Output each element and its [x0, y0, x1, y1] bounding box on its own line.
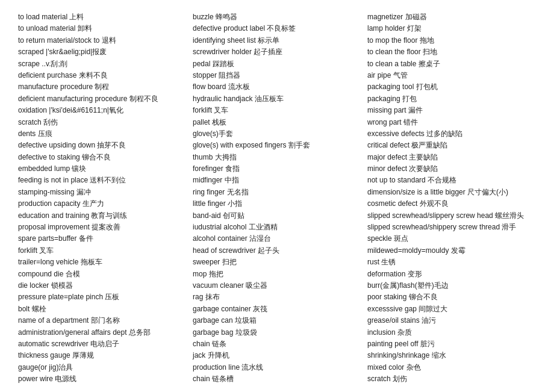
- list-item: wrong part 错件: [367, 117, 536, 128]
- list-item: garbage container 灰筏: [193, 304, 361, 314]
- list-item: not up to standard 不合规格: [367, 175, 536, 185]
- list-item: flow board 流水板: [193, 82, 361, 92]
- list-item: excessive defects 过多的缺陷: [367, 129, 536, 139]
- list-item: magnetizer 加磁器: [367, 12, 536, 22]
- list-item: glove(s)手套: [193, 129, 361, 139]
- list-item: deficient manufacturing procedure 制程不良: [18, 94, 187, 104]
- list-item: mop 拖把: [193, 269, 361, 279]
- list-item: deficient purchase 来料不良: [18, 70, 187, 81]
- list-item: forefinger 食指: [193, 164, 361, 174]
- list-item: trailer=long vehicle 拖板车: [18, 257, 187, 267]
- list-item: jack 升降机: [193, 350, 361, 361]
- main-content: to load material 上料to unload material 卸料…: [18, 12, 536, 386]
- list-item: hydraulic handjack 油压板车: [193, 94, 361, 104]
- list-item: garbage bag 垃圾袋: [193, 328, 361, 338]
- list-item: scrape ..v.刮;削: [18, 59, 187, 69]
- list-item: pressure plate=plate pinch 压板: [18, 292, 187, 302]
- list-item: little finger 小指: [193, 199, 361, 209]
- list-item: ring finger 无名指: [193, 187, 361, 198]
- list-item: die locker 锁模器: [18, 281, 187, 291]
- list-item: inclusion 杂质: [367, 328, 536, 338]
- list-item: glove(s) with exposed fingers 割手套: [193, 140, 361, 151]
- list-item: chain 链条槽: [193, 374, 361, 384]
- list-item: defective upsiding down 抽芽不良: [18, 140, 187, 151]
- column-1: to load material 上料to unload material 卸料…: [18, 12, 193, 386]
- list-item: screwdriver holder 起子插座: [193, 47, 361, 57]
- list-item: identifying sheet list 标示单: [193, 36, 361, 46]
- list-item: rust 生锈: [367, 257, 536, 267]
- list-item: production capacity 生产力: [18, 199, 187, 209]
- list-item: automatic screwdriver 电动启子: [18, 339, 187, 349]
- list-item: burr(金属)flash(塑件)毛边: [367, 281, 536, 291]
- list-item: shrinking/shrinkage 缩水: [367, 350, 536, 361]
- list-item: scratch 划伤: [367, 374, 536, 384]
- list-item: mixed color 杂色: [367, 362, 536, 373]
- list-item: thumb 大拇指: [193, 152, 361, 163]
- list-item: cosmetic defect 外观不良: [367, 199, 536, 209]
- list-item: embedded lump 镶块: [18, 164, 187, 174]
- list-item: major defect 主要缺陷: [367, 152, 536, 163]
- list-item: excesssive gap 间隙过大: [367, 304, 536, 314]
- list-item: packaging tool 打包机: [367, 82, 536, 92]
- list-item: feeding is not in place 送料不到位: [18, 175, 187, 185]
- list-item: compound die 合模: [18, 269, 187, 279]
- list-item: missing part 漏件: [367, 105, 536, 116]
- list-item: vacuum cleaner 吸尘器: [193, 281, 361, 291]
- list-item: stamping-missing 漏冲: [18, 187, 187, 198]
- list-item: administration/general affairs dept 总务部: [18, 328, 187, 338]
- list-item: head of screwdriver 起子头: [193, 246, 361, 256]
- list-item: garbage can 垃圾箱: [193, 316, 361, 326]
- list-item: grease/oil stains 油污: [367, 316, 536, 326]
- list-item: manufacture procedure 制程: [18, 82, 187, 92]
- list-item: education and training 教育与训练: [18, 211, 187, 221]
- list-item: production line 流水线: [193, 362, 361, 373]
- list-item: scraped |'skr&aelig;pid|报废: [18, 47, 187, 57]
- list-item: rag 抹布: [193, 292, 361, 302]
- list-item: band-aid 创可贴: [193, 211, 361, 221]
- list-item: spare parts=buffer 备件: [18, 234, 187, 244]
- list-item: iudustrial alcohol 工业酒精: [193, 222, 361, 232]
- list-item: slipped screwhead/shippery screw thread …: [367, 222, 536, 232]
- list-item: to clean the floor 扫地: [367, 47, 536, 57]
- list-item: speckle 斑点: [367, 234, 536, 244]
- list-item: stopper 阻挡器: [193, 70, 361, 81]
- list-item: packaging 打包: [367, 94, 536, 104]
- list-item: poor staking 铆合不良: [367, 292, 536, 302]
- list-item: pallet 栈板: [193, 117, 361, 128]
- list-item: buzzle 蜂鸣器: [193, 12, 361, 22]
- column-2: buzzle 蜂鸣器defective product label 不良标签id…: [193, 12, 367, 386]
- list-item: slipped screwhead/slippery screw head 螺丝…: [367, 211, 536, 221]
- list-item: oxidation |'ksi'dei&#61611;n|氧化: [18, 105, 187, 116]
- list-item: forklift 叉车: [193, 105, 361, 116]
- list-item: deformation 变形: [367, 269, 536, 279]
- list-item: bolt 螺栓: [18, 304, 187, 314]
- list-item: minor defect 次要缺陷: [367, 164, 536, 174]
- list-item: mildewed=moldy=mouldy 发霉: [367, 246, 536, 256]
- list-item: power wire 电源线: [18, 374, 187, 384]
- column-3: magnetizer 加磁器lamp holder 灯架to mop the f…: [367, 12, 536, 386]
- list-item: to clean a table 擦桌子: [367, 59, 536, 69]
- list-item: thickness gauge 厚薄规: [18, 350, 187, 361]
- list-item: scratch 刮伤: [18, 117, 187, 128]
- list-item: sweeper 扫把: [193, 257, 361, 267]
- list-item: pedal 踩踏板: [193, 59, 361, 69]
- list-item: lamp holder 灯架: [367, 23, 536, 34]
- list-item: to unload material 卸料: [18, 23, 187, 34]
- list-item: critical defect 极严重缺陷: [367, 140, 536, 151]
- list-item: defective to staking 铆合不良: [18, 152, 187, 163]
- list-item: alcohol container 沾湿台: [193, 234, 361, 244]
- list-item: air pipe 气管: [367, 70, 536, 81]
- list-item: to return material/stock to 退料: [18, 36, 187, 46]
- list-item: painting peel off 脏污: [367, 339, 536, 349]
- list-item: dents 压痕: [18, 129, 187, 139]
- list-item: to mop the floor 拖地: [367, 36, 536, 46]
- list-item: gauge(or jig)治具: [18, 362, 187, 373]
- list-item: name of a department 部门名称: [18, 316, 187, 326]
- list-item: forklift 叉车: [18, 246, 187, 256]
- list-item: to load material 上料: [18, 12, 187, 22]
- list-item: defective product label 不良标签: [193, 23, 361, 34]
- list-item: chain 链条: [193, 339, 361, 349]
- list-item: proposal improvement 提案改善: [18, 222, 187, 232]
- list-item: dimension/size is a little bigger 尺寸偏大(小…: [367, 187, 536, 198]
- list-item: midfinger 中指: [193, 175, 361, 185]
